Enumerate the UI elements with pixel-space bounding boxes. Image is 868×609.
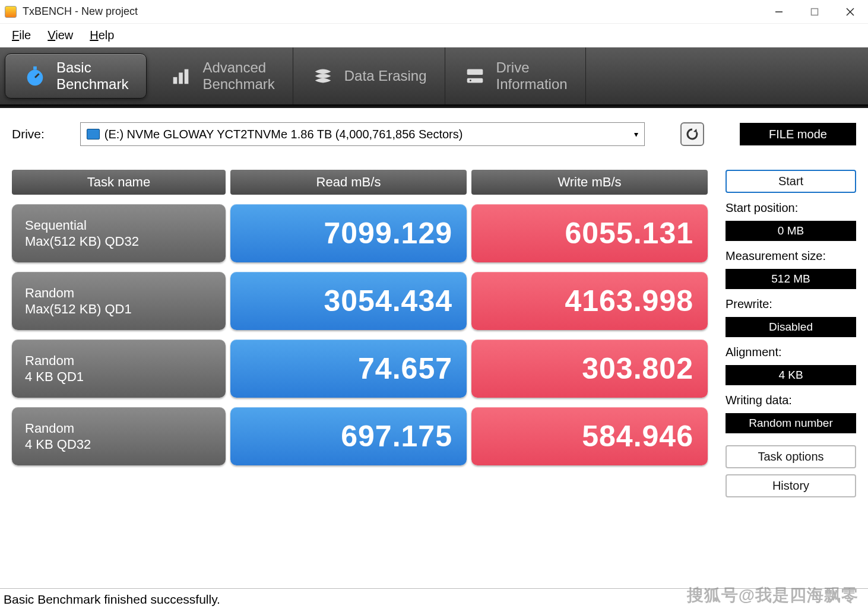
task-line2: Max(512 KB) QD32: [25, 234, 139, 249]
drive-select[interactable]: (E:) NVMe GLOWAY YCT2TNVMe 1.86 TB (4,00…: [80, 122, 645, 146]
task-cell: RandomMax(512 KB) QD1: [12, 272, 226, 330]
disk-icon: [87, 129, 100, 139]
alignment-label: Alignment:: [726, 345, 856, 359]
tab-adv-line2: Benchmark: [202, 76, 274, 93]
tab-erase-label: Data Erasing: [344, 68, 427, 84]
history-button[interactable]: History: [726, 474, 856, 497]
prewrite-value[interactable]: Disabled: [726, 317, 856, 337]
header-task: Task name: [12, 170, 226, 195]
menubar: File View Help: [0, 24, 868, 47]
write-value: 584.946: [471, 407, 708, 465]
minimize-button[interactable]: [761, 0, 797, 24]
results-grid: SequentialMax(512 KB) QD32 7099.129 6055…: [12, 204, 708, 465]
menu-help[interactable]: Help: [90, 28, 114, 42]
bars-icon: [169, 64, 193, 88]
tab-advanced-benchmark[interactable]: AdvancedBenchmark: [151, 47, 293, 104]
app-icon: [5, 6, 17, 18]
tab-basic-line1: Basic: [56, 59, 128, 76]
header-write: Write mB/s: [471, 170, 708, 195]
start-position-value[interactable]: 0 MB: [726, 221, 856, 241]
window-controls: [761, 0, 868, 24]
svg-rect-10: [467, 69, 483, 75]
watermark-text: 搜狐号@我是四海飘零: [687, 584, 859, 607]
menu-file[interactable]: File: [12, 28, 31, 42]
results-header: Task name Read mB/s Write mB/s: [12, 170, 708, 195]
svg-point-4: [27, 70, 43, 86]
refresh-button[interactable]: [680, 122, 704, 146]
close-button[interactable]: [832, 0, 868, 24]
task-options-button[interactable]: Task options: [726, 445, 856, 468]
window-title: TxBENCH - New project: [23, 5, 138, 18]
svg-rect-11: [467, 78, 483, 83]
drive-row: Drive: (E:) NVMe GLOWAY YCT2TNVMe 1.86 T…: [12, 122, 856, 146]
tab-drive-line2: Information: [496, 76, 568, 93]
task-line2: 4 KB QD32: [25, 437, 91, 452]
start-button[interactable]: Start: [726, 170, 856, 193]
write-value: 4163.998: [471, 272, 708, 330]
write-value: 303.802: [471, 340, 708, 398]
read-value: 697.175: [230, 407, 467, 465]
content-area: Drive: (E:) NVMe GLOWAY YCT2TNVMe 1.86 T…: [0, 108, 868, 588]
titlebar: TxBENCH - New project: [0, 0, 868, 24]
svg-rect-8: [179, 72, 183, 84]
write-value: 6055.131: [471, 204, 708, 262]
tab-data-erasing[interactable]: Data Erasing: [293, 47, 445, 104]
alignment-value[interactable]: 4 KB: [726, 365, 856, 385]
sidebar: Start Start position: 0 MB Measurement s…: [726, 170, 856, 588]
read-value: 3054.434: [230, 272, 467, 330]
results-panel: Task name Read mB/s Write mB/s Sequentia…: [12, 170, 708, 588]
task-line2: 4 KB QD1: [25, 369, 84, 384]
task-line2: Max(512 KB) QD1: [25, 302, 132, 316]
tab-drive-information[interactable]: DriveInformation: [445, 47, 586, 104]
erase-icon: [311, 64, 335, 88]
svg-rect-1: [812, 8, 818, 15]
header-read: Read mB/s: [230, 170, 467, 195]
tab-basic-line2: Benchmark: [56, 76, 128, 93]
writing-data-label: Writing data:: [726, 394, 856, 407]
measurement-size-value[interactable]: 512 MB: [726, 269, 856, 289]
read-value: 74.657: [230, 340, 467, 398]
file-mode-button[interactable]: FILE mode: [740, 123, 856, 145]
result-row: Random4 KB QD1 74.657 303.802: [12, 340, 708, 398]
chevron-down-icon: ▾: [634, 129, 638, 139]
result-row: RandomMax(512 KB) QD1 3054.434 4163.998: [12, 272, 708, 330]
main-row: Task name Read mB/s Write mB/s Sequentia…: [12, 170, 856, 588]
main-toolbar: BasicBenchmark AdvancedBenchmark Data Er…: [0, 47, 868, 108]
measurement-size-label: Measurement size:: [726, 249, 856, 263]
tab-drive-line1: Drive: [496, 59, 568, 76]
task-line1: Random: [25, 421, 74, 436]
drive-label: Drive:: [12, 127, 45, 141]
start-position-label: Start position:: [726, 201, 856, 215]
drive-icon: [463, 64, 487, 88]
tab-basic-benchmark[interactable]: BasicBenchmark: [5, 53, 147, 99]
svg-rect-9: [185, 69, 189, 84]
prewrite-label: Prewrite:: [726, 297, 856, 311]
task-cell: Random4 KB QD32: [12, 407, 226, 465]
task-cell: Random4 KB QD1: [12, 340, 226, 398]
read-value: 7099.129: [230, 204, 467, 262]
task-line1: Sequential: [25, 218, 87, 233]
maximize-button[interactable]: [797, 0, 832, 24]
svg-rect-5: [33, 66, 37, 70]
tab-adv-line1: Advanced: [202, 59, 274, 76]
task-line1: Random: [25, 286, 74, 300]
svg-rect-7: [173, 77, 178, 84]
drive-selected-text: (E:) NVMe GLOWAY YCT2TNVMe 1.86 TB (4,00…: [104, 128, 463, 141]
task-line1: Random: [25, 353, 74, 368]
svg-point-12: [470, 80, 471, 81]
writing-data-value[interactable]: Random number: [726, 413, 856, 433]
result-row: Random4 KB QD32 697.175 584.946: [12, 407, 708, 465]
status-text: Basic Benchmark finished successfully.: [4, 592, 220, 606]
menu-view[interactable]: View: [47, 28, 73, 42]
result-row: SequentialMax(512 KB) QD32 7099.129 6055…: [12, 204, 708, 262]
task-cell: SequentialMax(512 KB) QD32: [12, 204, 226, 262]
stopwatch-icon: [23, 64, 47, 88]
status-bar: Basic Benchmark finished successfully. 搜…: [0, 588, 868, 609]
